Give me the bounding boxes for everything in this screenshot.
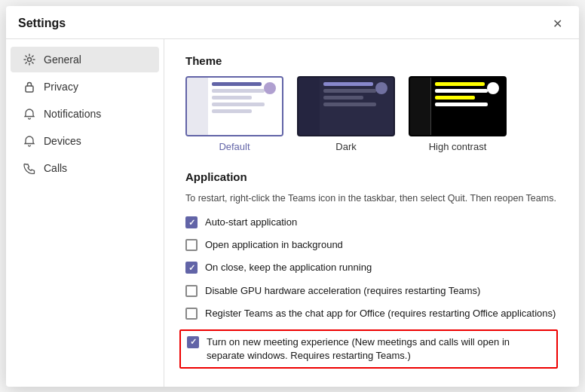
checkbox-autostart[interactable] (185, 216, 198, 228)
theme-option-default[interactable]: Default (185, 76, 283, 152)
theme-options: Default Dark High contrast (185, 76, 558, 152)
sidebar-item-notifications[interactable]: Notifications (11, 101, 159, 127)
checkbox-open-bg[interactable] (185, 239, 198, 251)
checkbox-item-open-bg: Open application in background (185, 238, 558, 252)
sidebar-item-calls[interactable]: Calls (11, 155, 159, 181)
theme-preview-default (185, 76, 283, 136)
theme-label-default: Default (219, 141, 250, 152)
sidebar-item-general[interactable]: General (11, 47, 159, 72)
sidebar-item-label-calls: Calls (44, 162, 67, 174)
application-description: To restart, right-click the Teams icon i… (185, 192, 558, 206)
privacy-icon (23, 80, 36, 93)
checkbox-disable-gpu[interactable] (185, 285, 198, 297)
theme-label-high_contrast: High contrast (429, 141, 487, 152)
theme-preview-high_contrast (409, 76, 507, 136)
checkbox-list: Auto-start applicationOpen application i… (185, 216, 558, 369)
sidebar-item-devices[interactable]: Devices (11, 128, 159, 154)
sidebar-item-label-privacy: Privacy (44, 81, 78, 93)
checkbox-item-autostart: Auto-start application (185, 216, 558, 229)
checkbox-item-new-meeting: Turn on new meeting experience (New meet… (179, 329, 558, 369)
sidebar-item-privacy[interactable]: Privacy (11, 74, 159, 100)
theme-label-dark: Dark (335, 141, 356, 152)
sidebar-item-label-devices: Devices (44, 135, 81, 147)
checkbox-new-meeting[interactable] (187, 336, 199, 348)
calls-icon (23, 161, 36, 175)
dialog-title: Settings (18, 17, 66, 30)
dialog-body: GeneralPrivacyNotificationsDevicesCalls … (6, 39, 579, 387)
svg-rect-1 (26, 86, 33, 92)
theme-preview-dark (297, 76, 395, 136)
checkbox-label-open-bg: Open application in background (205, 238, 343, 252)
checkbox-label-keep-running: On close, keep the application running (205, 261, 372, 274)
checkbox-keep-running[interactable] (185, 262, 198, 274)
theme-option-high_contrast[interactable]: High contrast (409, 76, 507, 152)
theme-option-dark[interactable]: Dark (297, 76, 395, 152)
sidebar-item-label-notifications: Notifications (44, 108, 101, 120)
checkbox-item-disable-gpu: Disable GPU hardware acceleration (requi… (185, 284, 558, 298)
checkbox-label-new-meeting: Turn on new meeting experience (New meet… (207, 335, 550, 363)
checkbox-label-register-teams: Register Teams as the chat app for Offic… (205, 307, 556, 320)
svg-point-0 (28, 57, 32, 61)
devices-icon (23, 134, 36, 148)
general-icon (23, 53, 36, 66)
notifications-icon (23, 107, 36, 121)
main-content: Theme Default Dark (164, 39, 579, 387)
checkbox-item-register-teams: Register Teams as the chat app for Offic… (185, 307, 558, 320)
close-button[interactable]: ✕ (548, 15, 567, 32)
settings-dialog: Settings ✕ GeneralPrivacyNotificationsDe… (6, 6, 579, 387)
checkbox-label-disable-gpu: Disable GPU hardware acceleration (requi… (205, 284, 480, 298)
dialog-header: Settings ✕ (6, 6, 579, 39)
checkbox-label-autostart: Auto-start application (205, 216, 297, 229)
theme-section-title: Theme (185, 54, 558, 67)
checkbox-register-teams[interactable] (185, 308, 198, 320)
checkbox-item-keep-running: On close, keep the application running (185, 261, 558, 274)
sidebar: GeneralPrivacyNotificationsDevicesCalls (6, 39, 164, 387)
application-section-title: Application (185, 170, 558, 183)
sidebar-item-label-general: General (44, 54, 81, 66)
